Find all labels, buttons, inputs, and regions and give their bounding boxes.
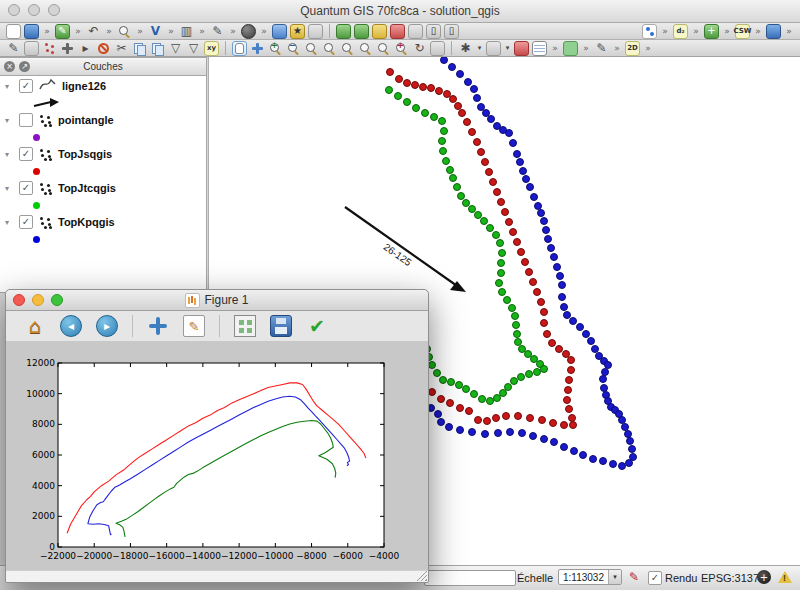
expand-triangle-icon[interactable]: ▾ xyxy=(5,184,14,193)
overflow-chevron[interactable]: » xyxy=(550,41,560,56)
customize-check-icon[interactable]: ✔ xyxy=(306,315,328,337)
zoom-in-icon[interactable]: + xyxy=(268,41,283,56)
identify-icon[interactable] xyxy=(430,41,445,56)
overflow-chevron[interactable]: » xyxy=(784,24,794,39)
warning-icon[interactable] xyxy=(778,571,792,583)
expand-triangle-icon[interactable]: ▾ xyxy=(5,82,14,91)
paste-features-icon[interactable] xyxy=(150,41,165,56)
layer-label[interactable]: pointangle xyxy=(58,114,114,126)
layer-row-TopJtcqgis[interactable]: ▾✓TopJtcqgis xyxy=(0,178,206,198)
overflow-chevron[interactable]: » xyxy=(660,24,670,39)
layer-row-TopKpqgis[interactable]: ▾✓TopKpqgis xyxy=(0,212,206,232)
dropdown-arrow[interactable]: ▾ xyxy=(476,41,483,56)
crs-status-icon[interactable]: + xyxy=(757,570,771,584)
layers-panel-header[interactable]: × ↗ Couches xyxy=(0,58,206,76)
zoom-layer-icon[interactable] xyxy=(340,41,355,56)
subplots-config-icon[interactable] xyxy=(234,315,256,337)
label-2d-icon[interactable]: 2D xyxy=(625,41,640,56)
layer-visibility-checkbox[interactable]: ✓ xyxy=(19,79,33,93)
layer-visibility-checkbox[interactable]: ✓ xyxy=(19,147,33,161)
overflow-chevron[interactable]: » xyxy=(42,24,52,39)
measure-line-icon[interactable] xyxy=(390,24,405,39)
new-rectangle-icon[interactable] xyxy=(563,41,578,56)
globe-icon[interactable] xyxy=(241,24,256,39)
overflow-chevron[interactable]: » xyxy=(197,24,207,39)
add-favourite-icon[interactable]: ★ xyxy=(290,24,305,39)
layer-visibility-checkbox[interactable]: ✓ xyxy=(19,215,33,229)
save-layer-icon[interactable] xyxy=(24,41,39,56)
figure-close-icon[interactable] xyxy=(13,294,25,306)
overflow-chevron[interactable]: » xyxy=(753,24,763,39)
figure-titlebar[interactable]: Figure 1 xyxy=(6,290,428,311)
overflow-chevron[interactable]: » xyxy=(259,24,269,39)
undo-icon[interactable]: ↶ xyxy=(86,24,101,39)
edit-pencil-icon[interactable]: ✎ xyxy=(6,41,21,56)
expand-triangle-icon[interactable]: ▾ xyxy=(5,116,14,125)
metasearch-csw-icon[interactable]: CSW xyxy=(735,24,750,39)
forward-icon[interactable]: ▸ xyxy=(96,315,118,337)
scale-combo[interactable]: 1:113032 ▾ xyxy=(558,569,622,585)
chart-icon[interactable]: ▥ xyxy=(179,24,194,39)
pan-map-icon[interactable] xyxy=(232,41,247,56)
overflow-chevron[interactable]: » xyxy=(166,24,176,39)
layer-visibility-checkbox[interactable] xyxy=(19,113,33,127)
expand-triangle-icon[interactable]: ▾ xyxy=(5,218,14,227)
overflow-chevron[interactable]: » xyxy=(643,41,653,56)
copy-features-icon[interactable] xyxy=(132,41,147,56)
plugin-icon[interactable]: + xyxy=(704,24,719,39)
open-project-icon[interactable] xyxy=(24,24,39,39)
capture-point-icon[interactable] xyxy=(42,41,57,56)
zoom-native-icon[interactable] xyxy=(304,41,319,56)
overflow-chevron[interactable]: » xyxy=(73,24,83,39)
figure-plot-area[interactable]: −22000−20000−18000−16000−14000−12000−100… xyxy=(6,341,428,572)
field-calc-icon[interactable]: ✎ xyxy=(594,41,609,56)
layer-row-ligne126[interactable]: ▾✓ligne126 xyxy=(0,76,206,96)
new-project-icon[interactable] xyxy=(6,24,21,39)
overflow-chevron[interactable]: » xyxy=(135,24,145,39)
pan-icon[interactable] xyxy=(147,315,169,337)
resize-grip[interactable] xyxy=(416,570,427,581)
browser-icon[interactable] xyxy=(766,24,781,39)
panel-close-icon[interactable]: × xyxy=(4,61,15,72)
figure-traffic-lights[interactable] xyxy=(13,294,63,306)
panel-undock-icon[interactable]: ↗ xyxy=(19,61,30,72)
overflow-chevron[interactable]: » xyxy=(722,24,732,39)
layer-label[interactable]: ligne126 xyxy=(62,80,106,92)
layer-row-TopJsqgis[interactable]: ▾✓TopJsqgis xyxy=(0,144,206,164)
pen-icon[interactable]: ✎ xyxy=(210,24,225,39)
attribute-table-icon[interactable] xyxy=(532,41,547,56)
cut-features-icon[interactable]: ✂ xyxy=(114,41,129,56)
layer-row-pointangle[interactable]: ▾pointangle xyxy=(0,110,206,130)
dropdown-arrow[interactable]: ▾ xyxy=(504,41,511,56)
zoom-rect-icon[interactable]: ✎ xyxy=(183,315,205,337)
annotation-badge-icon[interactable] xyxy=(514,41,529,56)
touch-zoom-icon[interactable]: + xyxy=(394,41,409,56)
layer-style-icon[interactable] xyxy=(372,24,387,39)
toggle-editing-icon[interactable] xyxy=(336,24,351,39)
close-window-icon[interactable] xyxy=(8,4,20,16)
figure-minimize-icon[interactable] xyxy=(32,294,44,306)
overflow-chevron[interactable]: » xyxy=(228,24,238,39)
save-edits-icon[interactable] xyxy=(354,24,369,39)
attribute-search-icon[interactable] xyxy=(117,24,132,39)
minimize-window-icon[interactable] xyxy=(28,4,40,16)
zoom-next-icon[interactable] xyxy=(376,41,391,56)
overflow-chevron[interactable]: » xyxy=(581,41,591,56)
traffic-lights[interactable] xyxy=(8,4,60,16)
zoom-out-icon[interactable]: − xyxy=(286,41,301,56)
zoom-selection-icon[interactable] xyxy=(322,41,337,56)
layer-label[interactable]: TopKpqgis xyxy=(58,216,115,228)
tools-icon[interactable] xyxy=(408,24,423,39)
panel-left-icon[interactable]: ▯ xyxy=(426,24,441,39)
render-checkbox[interactable]: ✓ xyxy=(648,571,662,585)
layer-visibility-checkbox[interactable]: ✓ xyxy=(19,181,33,195)
overflow-chevron[interactable]: » xyxy=(104,24,114,39)
refresh-icon[interactable]: ↻ xyxy=(412,41,427,56)
delete-selected-icon[interactable] xyxy=(96,41,111,56)
render-style-icon[interactable]: ✎ xyxy=(629,570,639,584)
back-icon[interactable]: ◂ xyxy=(60,315,82,337)
layer-help-icon[interactable] xyxy=(308,24,323,39)
settings-gear-icon[interactable]: ✱ xyxy=(458,41,473,56)
scale-dropdown-icon[interactable]: ▾ xyxy=(608,570,621,584)
add-vector-layer-icon[interactable] xyxy=(272,24,287,39)
